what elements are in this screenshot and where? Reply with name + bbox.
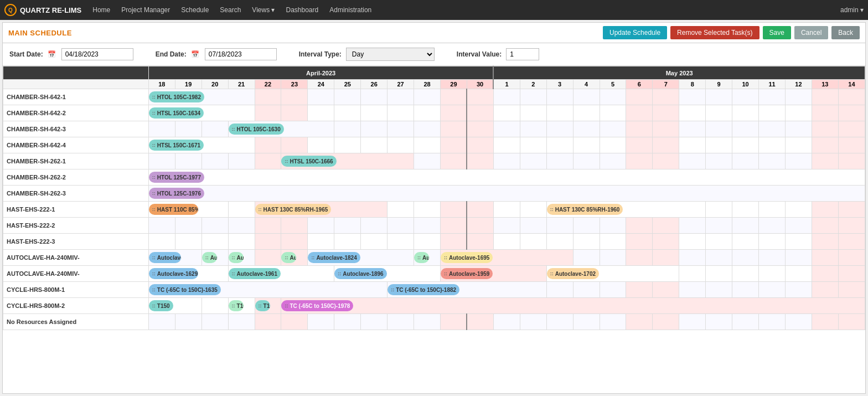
save-button[interactable]: Save bbox=[763, 26, 791, 39]
start-date-label: Start Date: bbox=[9, 50, 43, 58]
task-bar[interactable]: ::HTOL 105C-1982 bbox=[149, 91, 204, 102]
table-row: AUTOCLAVE-HA-240MIV-::Autoclave P5-::Aut… bbox=[3, 250, 865, 266]
empty-cell bbox=[838, 202, 865, 218]
empty-cell bbox=[573, 89, 600, 105]
nav-schedule[interactable]: Schedule bbox=[177, 0, 213, 20]
empty-cell bbox=[759, 153, 786, 169]
empty-cell bbox=[308, 89, 334, 105]
table-row: AUTOCLAVE-HA-240MIV-::Autoclave-1629::Au… bbox=[3, 266, 865, 282]
day-28: 28 bbox=[414, 80, 441, 89]
nav-views[interactable]: Views ▾ bbox=[247, 0, 279, 20]
empty-cell bbox=[759, 89, 786, 105]
task-bar[interactable]: ::HAST 110C 85%RH- bbox=[149, 204, 198, 215]
task-bar[interactable]: ::Auto bbox=[202, 252, 217, 263]
end-date-input[interactable] bbox=[205, 48, 277, 60]
empty-cell bbox=[838, 137, 865, 153]
day-1: 1 bbox=[493, 80, 520, 89]
update-schedule-button[interactable]: Update Schedule bbox=[603, 26, 667, 39]
interval-value-input[interactable] bbox=[506, 48, 539, 60]
task-cell: ::HTOL 105C-1982 bbox=[148, 89, 255, 105]
empty-cell bbox=[653, 153, 679, 169]
task-bar[interactable]: ::HTOL 125C-1977 bbox=[149, 172, 204, 183]
task-bar[interactable]: ::TC (-65C to 150C)-1978 bbox=[281, 300, 353, 311]
empty-cell bbox=[679, 121, 706, 137]
end-date-label: End Date: bbox=[156, 50, 187, 58]
empty-cell bbox=[334, 89, 361, 105]
task-cell: ::Autoclave-1629 bbox=[148, 266, 228, 282]
task-bar[interactable]: ::T100 bbox=[229, 300, 244, 311]
empty-cell bbox=[493, 137, 520, 153]
task-bar[interactable]: ::Autoclave-1629 bbox=[149, 268, 198, 279]
empty-cell bbox=[361, 89, 388, 105]
interval-type-select[interactable]: Day Week Month bbox=[346, 48, 435, 61]
empty-cell bbox=[653, 250, 679, 266]
empty-cell bbox=[255, 250, 281, 266]
task-bar[interactable]: ::Auto bbox=[229, 252, 244, 263]
back-button[interactable]: Back bbox=[831, 26, 860, 39]
task-bar[interactable]: ::TC (-65C to 150C)-1635 bbox=[149, 284, 221, 295]
schedule-container[interactable]: April-2023 May 2023 18 19 20 21 22 23 24… bbox=[3, 66, 865, 393]
empty-cell bbox=[388, 89, 414, 105]
task-bar[interactable]: ::HAST 130C 85%RH-1960 bbox=[547, 204, 623, 215]
task-bar[interactable]: ::Autoclave-1695 bbox=[441, 252, 493, 263]
task-bar[interactable]: ::T150 bbox=[255, 300, 270, 311]
task-bar[interactable]: ::HTSL 150C-1671 bbox=[149, 140, 204, 151]
nav-dashboard[interactable]: Dashboard bbox=[282, 0, 323, 20]
empty-cell bbox=[228, 314, 255, 330]
task-bar[interactable]: ::HTOL 125C-1976 bbox=[149, 188, 204, 199]
interval-type-group: Interval Type: Day Week Month bbox=[299, 48, 435, 61]
empty-cell bbox=[812, 137, 838, 153]
task-bar[interactable]: ::HTSL 150C-1666 bbox=[281, 156, 336, 167]
nav-home[interactable]: Home bbox=[88, 0, 115, 20]
empty-cell bbox=[838, 266, 865, 282]
task-cell: ::T150 bbox=[148, 298, 202, 314]
task-bar[interactable]: ::Autoclave-1824 bbox=[308, 252, 360, 263]
empty-cell bbox=[706, 202, 732, 218]
brand-name: QUARTZ RE-LIMS bbox=[20, 6, 81, 14]
empty-header bbox=[3, 66, 149, 80]
empty-cell bbox=[626, 234, 653, 250]
empty-cell bbox=[228, 218, 255, 234]
cancel-button[interactable]: Cancel bbox=[794, 26, 828, 39]
nav-administration[interactable]: Administration bbox=[325, 0, 376, 20]
task-bar[interactable]: ::HTOL 105C-1630 bbox=[229, 124, 284, 135]
admin-user[interactable]: admin ▾ bbox=[840, 6, 864, 14]
task-bar[interactable]: ::TC (-65C to 150C)-1882 bbox=[388, 284, 459, 295]
empty-cell bbox=[706, 314, 732, 330]
task-cell: ::Autoclave-1959 bbox=[440, 266, 546, 282]
nav-search[interactable]: Search bbox=[215, 0, 245, 20]
empty-cell bbox=[812, 105, 838, 121]
task-bar[interactable]: ::Autoclave P5- bbox=[149, 252, 181, 263]
empty-cell bbox=[626, 250, 653, 266]
empty-cell bbox=[388, 218, 414, 234]
empty-cell bbox=[414, 89, 441, 105]
task-bar[interactable]: ::T150 bbox=[149, 300, 173, 311]
empty-cell bbox=[573, 121, 600, 137]
task-bar[interactable]: ::Autoclave-1959 bbox=[441, 268, 493, 279]
empty-cell bbox=[812, 234, 838, 250]
task-bar[interactable]: ::Autoclave-1896 bbox=[334, 268, 386, 279]
task-bar[interactable]: ::Autoclave-1702 bbox=[547, 268, 599, 279]
empty-cell bbox=[600, 282, 626, 298]
task-bar[interactable]: ::HAST 130C 85%RH-1965 bbox=[255, 204, 332, 215]
task-bar[interactable]: ::Autoclave-1961 bbox=[229, 268, 281, 279]
empty-cell bbox=[334, 105, 361, 121]
empty-cell bbox=[812, 314, 838, 330]
task-bar[interactable]: ::HTSL 150C-1634 bbox=[149, 107, 204, 119]
start-date-input[interactable] bbox=[61, 48, 133, 60]
task-bar[interactable]: ::Auto bbox=[281, 252, 296, 263]
empty-cell bbox=[255, 153, 281, 169]
empty-cell bbox=[467, 89, 493, 105]
empty-cell bbox=[361, 137, 388, 153]
empty-cell bbox=[706, 137, 732, 153]
task-cell: ::TC (-65C to 150C)-1882 bbox=[388, 282, 547, 298]
empty-cell bbox=[255, 234, 281, 250]
row-label-11: AUTOCLAVE-HA-240MIV- bbox=[3, 266, 149, 282]
nav-project-manager[interactable]: Project Manager bbox=[117, 0, 174, 20]
remove-task-button[interactable]: Remove Selected Task(s) bbox=[670, 26, 760, 39]
task-bar[interactable]: ::Auto bbox=[414, 252, 429, 263]
empty-cell bbox=[361, 218, 388, 234]
empty-cell bbox=[732, 137, 759, 153]
empty-cell bbox=[732, 89, 759, 105]
empty-cell bbox=[706, 282, 732, 298]
